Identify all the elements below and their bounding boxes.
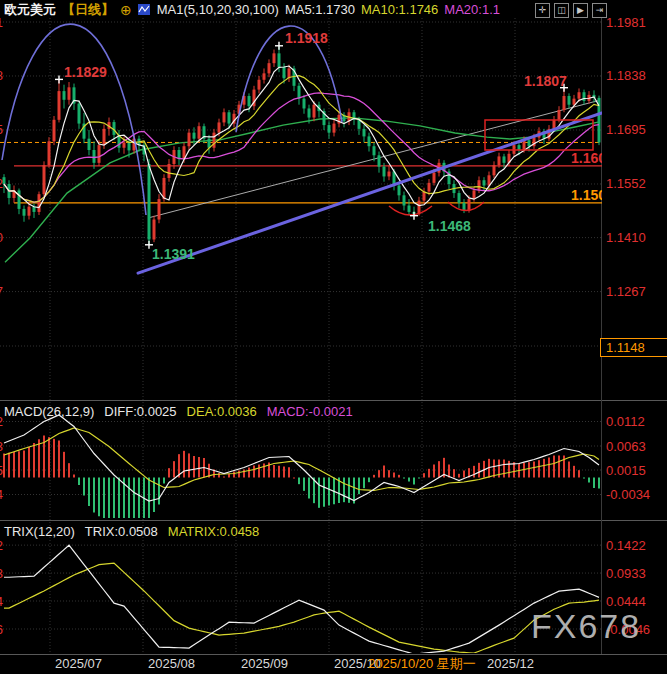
axis-tick: 1.1838 xyxy=(606,68,646,83)
axis-tick: 1.1267 xyxy=(606,284,646,299)
chart-header: 欧元美元 【日线】 ⊕ MA1(5,10,20,30,100) MA5:1.17… xyxy=(4,1,500,18)
svg-text:0.1422: 0.1422 xyxy=(0,538,3,553)
expand-icon[interactable]: ⊕ xyxy=(120,2,132,18)
macd-header[interactable]: MACD(26,12,9) DIFF:0.0025 DEA:0.0036 MAC… xyxy=(4,404,353,419)
main-chart-canvas[interactable]: 1.16001.15021.18291.19181.18071.13911.14… xyxy=(0,0,667,674)
axis-tick: 0.0112 xyxy=(606,414,645,429)
axis-tick: 1.1410 xyxy=(606,230,646,245)
svg-text:1.1695: 1.1695 xyxy=(0,122,3,137)
svg-text:-0.0046: -0.0046 xyxy=(0,622,3,637)
axis-tick: 1.1552 xyxy=(606,176,646,191)
trix-name: TRIX(12,20) xyxy=(4,524,75,539)
axis-tick: 0.1422 xyxy=(606,538,646,553)
trendline xyxy=(138,108,615,273)
trix-panel[interactable] xyxy=(4,545,599,654)
svg-text:1.1838: 1.1838 xyxy=(0,68,3,83)
axis-tick: 1.1695 xyxy=(606,122,646,137)
macd-name: MACD(26,12,9) xyxy=(4,404,94,419)
ma5-line xyxy=(4,66,599,207)
toolbar: ✛ ◫ ▶ ⇥ xyxy=(535,3,607,18)
svg-text:0.0015: 0.0015 xyxy=(0,463,3,478)
ma20-line xyxy=(4,93,599,202)
symbol-title: 欧元美元 xyxy=(4,1,56,19)
axis-tick: -0.0034 xyxy=(606,487,650,502)
date-label: 2025/07 xyxy=(55,656,102,671)
highlighted-axis-price: 1.1148 xyxy=(600,338,667,357)
axis-tick: 0.0063 xyxy=(606,439,646,454)
indicator-chart-icon[interactable] xyxy=(138,3,151,16)
matrix-value: MATRIX:0.0458 xyxy=(168,524,260,539)
svg-text:1.1267: 1.1267 xyxy=(0,284,3,299)
watermark: FX678 xyxy=(531,607,641,646)
trix-value: TRIX:0.0508 xyxy=(85,524,158,539)
macd-macd-value: MACD:-0.0021 xyxy=(267,404,353,419)
svg-text:-0.0034: -0.0034 xyxy=(0,487,3,502)
svg-text:0.0933: 0.0933 xyxy=(0,566,3,581)
trix-header[interactable]: TRIX(12,20) TRIX:0.0508 MATRIX:0.0458 xyxy=(4,524,259,539)
level-label: 1.1600 xyxy=(571,150,614,166)
play-forward-icon[interactable]: ▶ xyxy=(573,3,588,18)
ma5-value: MA5:1.1730 xyxy=(285,2,355,17)
axis-tick: 0.0933 xyxy=(606,566,646,581)
ma20-value: MA20:1.1 xyxy=(444,2,500,17)
price-annotation: 1.1807 xyxy=(524,73,567,89)
period-label[interactable]: 【日线】 xyxy=(62,1,114,19)
svg-text:1.1410: 1.1410 xyxy=(0,230,3,245)
date-label: 2025/09 xyxy=(241,656,288,671)
svg-text:0.0444: 0.0444 xyxy=(0,594,3,609)
macd-dea-value: DEA:0.0036 xyxy=(187,404,257,419)
date-label: 2025/08 xyxy=(148,656,195,671)
price-annotation: 1.1918 xyxy=(285,30,328,46)
dome-drawing xyxy=(2,24,146,215)
price-annotation: 1.1468 xyxy=(428,218,471,234)
ma-group-label[interactable]: MA1(5,10,20,30,100) xyxy=(157,2,279,17)
chart-application: 1.16001.15021.18291.19181.18071.13911.14… xyxy=(0,0,667,674)
date-label: 2025/10/20 星期一 xyxy=(368,656,476,671)
panel-layout-icon[interactable]: ◫ xyxy=(554,3,569,18)
macd-panel[interactable] xyxy=(3,415,600,527)
exit-icon[interactable]: ⇥ xyxy=(592,3,607,18)
price-annotation: 1.1391 xyxy=(152,246,195,262)
ma-green-line xyxy=(5,118,598,262)
price-annotation: 1.1829 xyxy=(64,64,107,80)
axis-tick: 1.1981 xyxy=(606,15,646,30)
grid-layer xyxy=(0,18,667,655)
svg-text:1.1981: 1.1981 xyxy=(0,15,3,30)
date-label: 2025/12 xyxy=(487,656,534,671)
svg-text:1.1552: 1.1552 xyxy=(0,176,3,191)
macd-diff-value: DIFF:0.0025 xyxy=(104,404,176,419)
crosshair-tool-icon[interactable]: ✛ xyxy=(535,3,550,18)
trix-line xyxy=(4,545,599,654)
svg-text:0.0112: 0.0112 xyxy=(0,414,3,429)
svg-text:0.0063: 0.0063 xyxy=(0,439,3,454)
axis-tick: 0.0015 xyxy=(606,463,646,478)
price-panel[interactable]: 1.16001.15021.18291.19181.18071.13911.14… xyxy=(0,24,622,273)
ma10-value: MA10:1.1746 xyxy=(361,2,438,17)
